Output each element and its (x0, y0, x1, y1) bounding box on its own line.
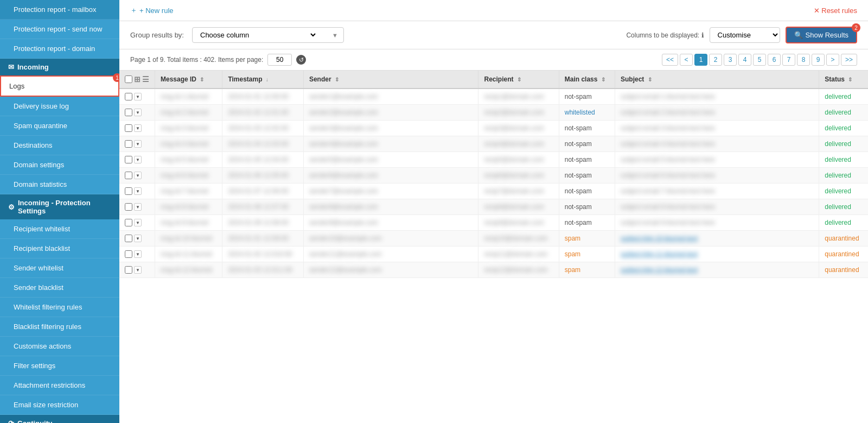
new-rule-button[interactable]: ＋ + New rule (130, 5, 174, 15)
cell-message-id: msg-id-9-blurred (155, 215, 222, 231)
row-dropdown-arrow[interactable]: ▼ (134, 93, 142, 100)
page-7-button[interactable]: 7 (782, 54, 795, 66)
row-dropdown-arrow[interactable]: ▼ (134, 156, 142, 163)
row-checkbox[interactable] (125, 266, 132, 274)
sender-value: sender5@example.com (309, 156, 378, 163)
cell-status: quarantined (819, 247, 868, 262)
sidebar-item-attachment-restrictions[interactable]: Attachment restrictions (0, 376, 119, 395)
th-message-id[interactable]: Message ID ⇕ (155, 71, 222, 89)
row-dropdown-arrow[interactable]: ▼ (134, 124, 142, 132)
page-5-button[interactable]: 5 (753, 54, 766, 66)
row-checkbox[interactable] (125, 172, 132, 179)
page-9-button[interactable]: 9 (812, 54, 825, 66)
sidebar-item-domain-settings[interactable]: Domain settings (0, 155, 119, 175)
status-value: delivered (825, 156, 851, 163)
sidebar-item-sender-whitelist[interactable]: Sender whitelist (0, 258, 119, 278)
th-recipient[interactable]: Recipient ⇕ (478, 71, 559, 89)
page-4-button[interactable]: 4 (738, 54, 751, 66)
row-dropdown-arrow[interactable]: ▼ (134, 235, 142, 242)
sidebar-item-delivery-issue-log[interactable]: Delivery issue log (0, 97, 119, 116)
sidebar-section-continuity: ⟳ Continuity (0, 415, 119, 423)
message-id-value: msg-id-2-blurred (161, 109, 208, 116)
row-dropdown-arrow[interactable]: ▼ (134, 187, 142, 195)
select-all-checkbox[interactable] (125, 75, 132, 83)
row-checkbox[interactable] (125, 124, 132, 132)
row-dropdown-arrow[interactable]: ▼ (134, 266, 142, 274)
page-2-button[interactable]: 2 (709, 54, 722, 66)
cell-subject: subject-email-3-blurred-text-here (615, 121, 819, 136)
sidebar-item-recipient-blacklist[interactable]: Recipient blacklist (0, 239, 119, 258)
sender-value: sender9@example.com (309, 219, 378, 226)
th-timestamp[interactable]: Timestamp ↓ (222, 71, 304, 89)
row-dropdown-arrow[interactable]: ▼ (134, 172, 142, 179)
items-per-page-input[interactable] (267, 54, 292, 66)
page-1-button[interactable]: 1 (694, 54, 707, 66)
show-results-button[interactable]: 🔍 Show Results (786, 27, 857, 43)
page-next-button[interactable]: > (826, 54, 839, 66)
sidebar-label: Logs (9, 82, 24, 90)
main-class-value: not-spam (565, 124, 592, 132)
show-results-label: Show Results (806, 31, 848, 39)
subject-value: subject-email-4-blurred-text-here (621, 140, 715, 148)
sidebar-item-blacklist-filtering-rules[interactable]: Blacklist filtering rules (0, 317, 119, 337)
row-checkbox[interactable] (125, 140, 132, 148)
page-prev-button[interactable]: < (680, 54, 693, 66)
sidebar-item-protection-report-domain[interactable]: Protection report - domain (0, 39, 119, 59)
sidebar-item-logs[interactable]: Logs 1 (0, 75, 119, 97)
row-checkbox[interactable] (125, 109, 132, 116)
page-last-button[interactable]: >> (841, 54, 857, 66)
row-dropdown-arrow[interactable]: ▼ (134, 250, 142, 258)
th-subject[interactable]: Subject ⇕ (615, 71, 819, 89)
page-first-button[interactable]: << (662, 54, 678, 66)
sidebar-item-whitelist-filtering-rules[interactable]: Whitelist filtering rules (0, 298, 119, 317)
sidebar-item-filter-settings[interactable]: Filter settings (0, 356, 119, 376)
sort-icon-status: ⇕ (848, 77, 852, 83)
customise-columns-select[interactable]: Customise (710, 27, 780, 43)
row-dropdown-arrow[interactable]: ▼ (134, 219, 142, 226)
sidebar-item-email-size-restriction[interactable]: Email size restriction (0, 395, 119, 415)
row-checkbox[interactable] (125, 187, 132, 195)
row-checkbox[interactable] (125, 235, 132, 242)
sender-value: sender10@example.com (309, 235, 382, 242)
row-checkbox[interactable] (125, 156, 132, 163)
row-dropdown-arrow[interactable]: ▼ (134, 109, 142, 116)
sidebar-item-spam-quarantine[interactable]: Spam quarantine (0, 116, 119, 136)
sidebar-item-recipient-whitelist[interactable]: Recipient whitelist (0, 219, 119, 239)
th-main-class[interactable]: Main class ⇕ (559, 71, 615, 89)
subject-value: subject-link-11-blurred-text (621, 250, 698, 258)
table-body: ▼msg-id-1-blurred2024-01-01 12:00:00send… (119, 89, 868, 278)
sidebar-item-domain-statistics[interactable]: Domain statistics (0, 175, 119, 194)
sidebar-item-destinations[interactable]: Destinations (0, 136, 119, 155)
row-checkbox[interactable] (125, 250, 132, 258)
row-checkbox[interactable] (125, 93, 132, 100)
items-per-page-reset-button[interactable]: ↺ (296, 55, 306, 65)
cell-timestamp: 2024-01-04 12:03:00 (222, 136, 304, 152)
recipient-value: recip10@domain.com (484, 235, 547, 242)
sidebar-label: Recipient whitelist (14, 225, 70, 233)
row-dropdown-arrow[interactable]: ▼ (134, 203, 142, 211)
sidebar-item-sender-blacklist[interactable]: Sender blacklist (0, 278, 119, 298)
sidebar-item-customise-actions[interactable]: Customise actions (0, 337, 119, 356)
row-checkbox[interactable] (125, 219, 132, 226)
table-row: ▼msg-id-11-blurred2024-01-02 12:010:00se… (119, 247, 868, 262)
page-6-button[interactable]: 6 (768, 54, 781, 66)
cell-message-id: msg-id-8-blurred (155, 199, 222, 215)
sidebar-item-protection-report-mailbox[interactable]: Protection report - mailbox (0, 0, 119, 20)
row-check-cell: ▼ (119, 168, 155, 184)
th-status[interactable]: Status ⇕ (819, 71, 868, 89)
cell-subject: subject-email-2-blurred-text-here (615, 105, 819, 121)
cell-subject: subject-email-1-blurred-text-here (615, 89, 819, 105)
reset-rules-button[interactable]: ✕ Reset rules (814, 7, 857, 15)
new-rule-label: + New rule (139, 7, 174, 15)
page-8-button[interactable]: 8 (797, 54, 810, 66)
sidebar-item-protection-report-send-now[interactable]: Protection report - send now (0, 20, 119, 39)
row-dropdown-arrow[interactable]: ▼ (134, 140, 142, 148)
columns-to-display-label: Columns to be displayed: ℹ (626, 31, 704, 39)
choose-column-select[interactable]: Choose column (198, 30, 317, 40)
show-results-wrapper: 🔍 Show Results 2 (786, 27, 857, 43)
sidebar-label: Protection report - domain (14, 45, 95, 53)
row-checkbox[interactable] (125, 203, 132, 211)
cell-timestamp: 2024-01-02 12:010:00 (222, 247, 304, 262)
page-3-button[interactable]: 3 (724, 54, 737, 66)
th-sender[interactable]: Sender ⇕ (303, 71, 478, 89)
